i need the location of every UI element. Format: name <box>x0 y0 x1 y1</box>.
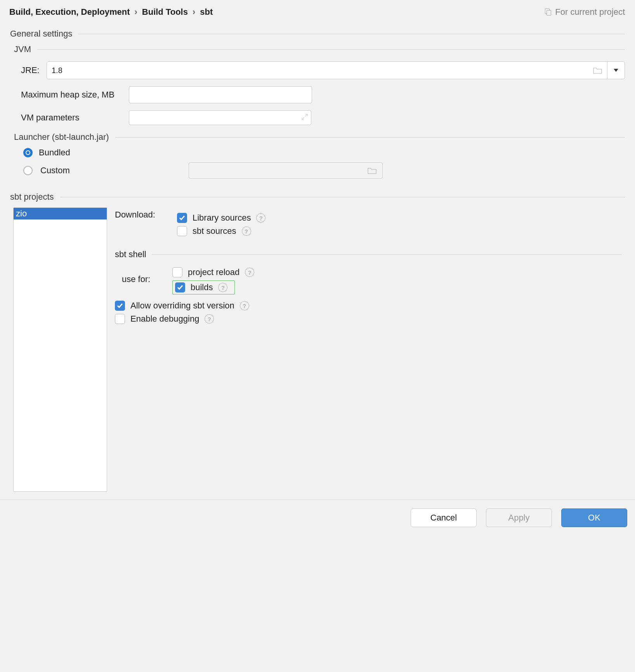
scope-label: For current project <box>555 7 625 17</box>
help-icon[interactable]: ? <box>245 268 254 277</box>
ok-button[interactable]: OK <box>561 508 627 527</box>
allow-override-label: Allow overriding sbt version <box>130 301 234 311</box>
check-builds[interactable]: builds ? <box>175 282 227 292</box>
breadcrumb-bar: Build, Execution, Deployment › Build Too… <box>7 5 628 23</box>
scope-indicator: For current project <box>545 7 625 17</box>
jre-field[interactable]: 1.8 <box>47 61 607 79</box>
builds-label: builds <box>191 282 213 292</box>
project-details: Download: Library sources ? sbt sources … <box>115 207 622 492</box>
checkbox-off-icon <box>172 267 182 277</box>
project-scope-icon <box>545 9 552 16</box>
radio-custom-label: Custom <box>40 165 80 176</box>
vm-params-input[interactable] <box>129 110 311 125</box>
divider <box>78 34 625 34</box>
vm-params-label: VM parameters <box>21 113 122 123</box>
apply-button: Apply <box>486 508 552 527</box>
cancel-button[interactable]: Cancel <box>411 508 477 527</box>
library-sources-label: Library sources <box>193 213 251 223</box>
check-builds-highlight: builds ? <box>172 280 235 294</box>
radio-custom[interactable]: Custom <box>23 162 625 179</box>
projects-list[interactable]: zio <box>13 207 107 492</box>
checkbox-off-icon <box>115 314 125 324</box>
download-label: Download: <box>115 210 173 220</box>
help-icon[interactable]: ? <box>256 213 265 223</box>
folder-icon <box>368 167 377 174</box>
divider <box>37 49 625 50</box>
radio-bundled[interactable]: Bundled <box>23 148 625 158</box>
crumb-sbt: sbt <box>200 7 213 17</box>
jre-value: 1.8 <box>52 66 62 75</box>
help-icon[interactable]: ? <box>205 314 214 324</box>
project-item[interactable]: zio <box>14 208 107 219</box>
dialog-footer: Cancel Apply OK <box>0 500 635 536</box>
check-allow-override[interactable]: Allow overriding sbt version ? <box>115 301 622 311</box>
section-sbt-shell: sbt shell <box>115 249 146 259</box>
crumb-sep: › <box>193 7 195 17</box>
help-icon[interactable]: ? <box>240 301 249 310</box>
checkbox-on-icon <box>177 213 187 223</box>
expand-icon[interactable] <box>301 113 308 123</box>
jre-dropdown[interactable] <box>607 61 625 79</box>
jre-label: JRE: <box>21 65 40 75</box>
section-jvm: JVM <box>14 44 31 54</box>
radio-on-icon <box>23 148 33 157</box>
divider <box>115 137 625 138</box>
check-sbt-sources[interactable]: sbt sources ? <box>177 226 265 236</box>
check-library-sources[interactable]: Library sources ? <box>177 213 265 223</box>
enable-debug-label: Enable debugging <box>130 314 199 324</box>
section-general: General settings <box>10 29 72 39</box>
folder-icon[interactable] <box>593 67 602 74</box>
chevron-down-icon <box>614 69 618 72</box>
check-enable-debug[interactable]: Enable debugging ? <box>115 314 622 324</box>
crumb-tools[interactable]: Build Tools <box>142 7 188 17</box>
crumb-build[interactable]: Build, Execution, Deployment <box>9 7 130 17</box>
section-launcher: Launcher (sbt-launch.jar) <box>14 132 109 142</box>
checkbox-on-icon <box>175 282 185 292</box>
crumb-sep: › <box>134 7 137 17</box>
use-for-label: use for: <box>122 274 167 284</box>
heap-label: Maximum heap size, MB <box>21 90 122 100</box>
radio-off-icon <box>23 166 33 175</box>
divider <box>60 197 625 197</box>
checkbox-off-icon <box>177 226 187 236</box>
section-projects: sbt projects <box>10 192 54 202</box>
help-icon[interactable]: ? <box>218 283 227 292</box>
custom-launcher-path <box>189 162 383 179</box>
project-reload-label: project reload <box>188 267 239 277</box>
divider <box>152 254 622 255</box>
sbt-sources-label: sbt sources <box>193 226 236 236</box>
heap-input[interactable] <box>129 86 312 103</box>
help-icon[interactable]: ? <box>242 226 251 236</box>
radio-bundled-label: Bundled <box>39 148 70 158</box>
breadcrumb: Build, Execution, Deployment › Build Too… <box>9 7 213 17</box>
checkbox-on-icon <box>115 301 125 311</box>
check-project-reload[interactable]: project reload ? <box>172 267 254 277</box>
